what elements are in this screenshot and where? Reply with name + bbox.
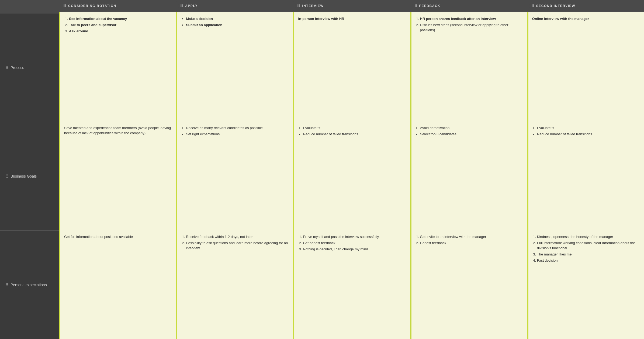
business-feedback-item1: Avoid demotivation	[420, 126, 523, 131]
process-considering-item2: Talk to peers and supervisor	[69, 23, 116, 27]
process-feedback-item1: HR person shares feedback after an inter…	[420, 17, 496, 21]
cell-business-second: Evaluate fit Reduce number of failed tra…	[527, 121, 644, 230]
cell-process-feedback: HR person shares feedback after an inter…	[410, 12, 527, 121]
persona-apply-item2: Possibility to ask questions and learn m…	[186, 241, 289, 251]
header-drag-icon-5: ⠿	[531, 3, 534, 8]
cell-persona-considering: Get full information about positions ava…	[59, 230, 176, 339]
cell-business-feedback: Avoid demotivation Select top 3 candidat…	[410, 121, 527, 230]
persona-second-item3: The manager likes me.	[537, 252, 640, 257]
persona-interview-item3: Nothing is decided, I can change my mind	[303, 247, 406, 252]
business-interview-item2: Reduce number of failed transitions	[303, 132, 406, 137]
persona-apply-item1: Receive feedback within 1-2 days, not la…	[186, 234, 289, 240]
sidebar-drag-icon-3: ⠿	[5, 282, 8, 288]
persona-feedback-item2: Honest feedback	[420, 241, 523, 246]
sidebar-item-persona: ⠿ Persona expectations	[0, 231, 59, 339]
persona-second-item2: Full information: working conditions, cl…	[537, 241, 640, 251]
cell-persona-interview: Prove myself and pass the interview succ…	[293, 230, 410, 339]
header-label-considering: CONSIDERING ROTATION	[68, 4, 116, 8]
cell-persona-second: Kindness, openness, the honesty of the m…	[527, 230, 644, 339]
sidebar-drag-icon: ⠿	[5, 65, 8, 70]
header-label-feedback: FEEDBACK	[419, 4, 441, 8]
cell-process-considering: See information about the vacancy Talk t…	[59, 12, 176, 121]
persona-considering-text: Get full information about positions ava…	[64, 234, 172, 240]
sidebar-item-business: ⠿ Business Goals	[0, 122, 59, 231]
process-considering-item1: See information about the vacancy	[69, 17, 127, 21]
header-label-second: SECOND INTERVIEW	[536, 4, 575, 8]
header-label-apply: APPLY	[185, 4, 198, 8]
business-second-item2: Reduce number of failed transitions	[537, 132, 640, 137]
row-persona: Get full information about positions ava…	[59, 230, 644, 339]
persona-interview-item1: Prove myself and pass the interview succ…	[303, 234, 406, 240]
sidebar: ⠿ Process ⠿ Business Goals ⠿ Persona exp…	[0, 0, 59, 339]
header-apply: ⠿ APPLY	[176, 0, 293, 12]
header-label-interview: INTERVIEW	[302, 4, 324, 8]
header-drag-icon-1: ⠿	[63, 3, 66, 8]
sidebar-item-process: ⠿ Process	[0, 13, 59, 122]
cell-process-second: Online interview with the manager	[527, 12, 644, 121]
persona-second-item1: Kindness, openness, the honesty of the m…	[537, 234, 640, 240]
grid: See information about the vacancy Talk t…	[59, 12, 644, 339]
main-content: ⠿ CONSIDERING ROTATION ⠿ APPLY ⠿ INTERVI…	[59, 0, 644, 339]
row-process: See information about the vacancy Talk t…	[59, 12, 644, 121]
cell-business-considering: Save talented and experienced team membe…	[59, 121, 176, 230]
business-apply-item2: Set right expectations	[186, 132, 289, 137]
sidebar-drag-icon-2: ⠿	[5, 174, 8, 179]
row-business: Save talented and experienced team membe…	[59, 121, 644, 230]
process-feedback-item2: Discuss next steps (second interview or …	[420, 23, 508, 32]
business-second-item1: Evaluate fit	[537, 126, 640, 131]
process-considering-item3: Ask around	[69, 29, 88, 33]
header-drag-icon-3: ⠿	[297, 3, 300, 8]
sidebar-label-business: Business Goals	[11, 174, 37, 178]
cell-business-apply: Receive as many relevant candidates as p…	[176, 121, 293, 230]
sidebar-label-process: Process	[11, 65, 24, 70]
header-feedback: ⠿ FEEDBACK	[410, 0, 527, 12]
process-apply-item2: Submit an application	[186, 23, 222, 27]
header-drag-icon-2: ⠿	[180, 3, 183, 8]
header-second: ⠿ SECOND INTERVIEW	[527, 0, 644, 12]
app-layout: ⠿ Process ⠿ Business Goals ⠿ Persona exp…	[0, 0, 644, 339]
business-apply-item1: Receive as many relevant candidates as p…	[186, 126, 289, 131]
business-considering-text: Save talented and experienced team membe…	[64, 126, 172, 136]
persona-interview-item2: Get honest feedback	[303, 241, 406, 246]
sidebar-label-persona: Persona expectations	[11, 283, 47, 287]
business-interview-item1: Evaluate fit	[303, 126, 406, 131]
header-drag-icon-4: ⠿	[414, 3, 417, 8]
header-row: ⠿ CONSIDERING ROTATION ⠿ APPLY ⠿ INTERVI…	[59, 0, 644, 12]
persona-feedback-item1: Get invite to an interview with the mana…	[420, 234, 523, 240]
cell-process-interview: In-person interview with HR	[293, 12, 410, 121]
cell-persona-feedback: Get invite to an interview with the mana…	[410, 230, 527, 339]
header-considering: ⠿ CONSIDERING ROTATION	[59, 0, 176, 12]
cell-process-apply: Make a decision Submit an application	[176, 12, 293, 121]
header-interview: ⠿ INTERVIEW	[293, 0, 410, 12]
cell-business-interview: Evaluate fit Reduce number of failed tra…	[293, 121, 410, 230]
process-interview-text: In-person interview with HR	[298, 16, 406, 22]
process-apply-item1: Make a decision	[186, 17, 213, 21]
process-second-text: Online interview with the manager	[532, 16, 640, 22]
cell-persona-apply: Receive feedback within 1-2 days, not la…	[176, 230, 293, 339]
business-feedback-item2: Select top 3 candidates	[420, 132, 523, 137]
persona-second-item4: Fast decision.	[537, 258, 640, 263]
